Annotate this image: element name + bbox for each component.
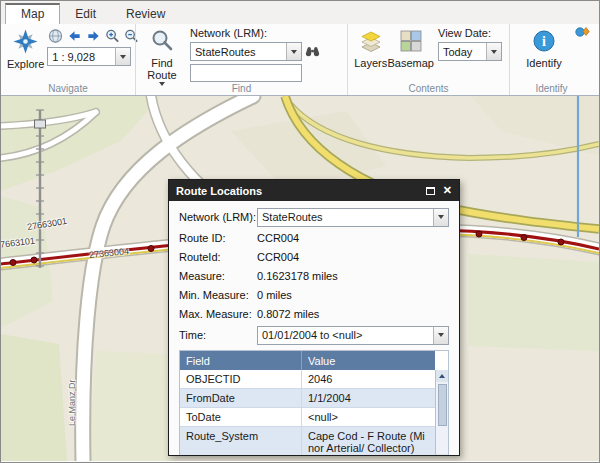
network-lrm-label: Network (LRM): <box>190 27 321 39</box>
ribbon-group-find: Find Route Network (LRM): StateRoutes Fi… <box>135 24 347 95</box>
dialog-body: Network (LRM): StateRoutes Route ID: CCR… <box>169 201 459 455</box>
chevron-down-icon[interactable] <box>433 327 448 344</box>
time-combo-value: 01/01/2004 to <null> <box>258 329 433 341</box>
group-label-identify: Identify <box>510 83 593 94</box>
identify-button[interactable]: i Identify <box>520 27 568 69</box>
map-canvas[interactable]: 27663001 27663101 27363004 Le Manz Dr Ro… <box>1 96 599 461</box>
network-lrm-value: StateRoutes <box>191 46 286 58</box>
view-date-value: Today <box>439 46 486 58</box>
network-lrm-combo[interactable]: StateRoutes <box>190 42 302 61</box>
view-date-label: View Date: <box>438 27 502 39</box>
identify-label: Identify <box>526 57 561 69</box>
field-value: 0 miles <box>257 289 292 301</box>
find-route-button[interactable]: Find Route <box>142 27 182 86</box>
chevron-down-icon[interactable] <box>486 43 501 60</box>
compass-icon <box>13 29 38 56</box>
find-route-input[interactable] <box>190 64 302 82</box>
chevron-down-icon[interactable] <box>115 48 130 65</box>
explore-button[interactable]: Explore <box>7 27 44 70</box>
cell-field: Route_System <box>180 427 302 455</box>
svg-text:i: i <box>542 34 546 49</box>
table-scrollbar[interactable] <box>435 370 448 455</box>
view-date-combo[interactable]: Today <box>438 42 502 61</box>
field-row-route-id: Route ID: CCR004 <box>179 230 449 246</box>
ribbon-group-navigate: Explore <box>1 24 135 95</box>
field-value: CCR004 <box>257 251 299 263</box>
cell-field: OBJECTID <box>180 370 302 388</box>
table-row[interactable]: ToDate <null> <box>180 408 435 427</box>
field-value: 0.8072 miles <box>257 308 319 320</box>
ribbon-toolbar: Explore <box>1 24 599 96</box>
tab-edit[interactable]: Edit <box>60 3 111 24</box>
group-label-contents: Contents <box>348 83 509 94</box>
table-row[interactable]: OBJECTID 2046 <box>180 370 435 389</box>
scroll-down-icon[interactable] <box>436 454 448 455</box>
route-locations-dialog: Route Locations ✕ Network (LRM): StateRo… <box>168 179 460 456</box>
field-row-measure: Measure: 0.1623178 miles <box>179 268 449 284</box>
layers-icon <box>359 29 383 55</box>
field-label: Measure: <box>179 270 257 282</box>
cell-value: <null> <box>302 408 435 426</box>
tab-review[interactable]: Review <box>111 3 180 24</box>
cell-field: ToDate <box>180 408 302 426</box>
map-scale-combo[interactable]: 1 : 9,028 <box>47 47 131 66</box>
time-combo[interactable]: 01/01/2004 to <null> <box>257 326 449 345</box>
network-combo-value: StateRoutes <box>258 211 433 223</box>
map-scale-value: 1 : 9,028 <box>48 51 115 63</box>
street-label: Le Manz Dr <box>67 379 77 426</box>
basemap-icon <box>399 29 423 55</box>
field-row-max-measure: Max. Measure: 0.8072 miles <box>179 306 449 322</box>
field-label: Min. Measure: <box>179 289 257 301</box>
dialog-title: Route Locations <box>176 185 262 197</box>
forward-arrow-icon[interactable] <box>85 27 102 44</box>
field-value: 0.1623178 miles <box>257 270 338 282</box>
group-label-find: Find <box>136 83 347 94</box>
cell-value: 1/1/2004 <box>302 389 435 407</box>
field-row-time: Time: 01/01/2004 to <null> <box>179 325 449 345</box>
column-header-field[interactable]: Field <box>180 351 302 370</box>
identify-info-icon: i <box>532 29 556 55</box>
cell-field: FromDate <box>180 389 302 407</box>
maximize-icon[interactable] <box>426 187 435 195</box>
ribbon-group-contents: Layers Basemap View Date: Today Contents <box>347 24 509 95</box>
basemap-label: Basemap <box>388 57 434 69</box>
group-label-navigate: Navigate <box>1 83 135 94</box>
field-label: Network (LRM): <box>179 211 257 223</box>
cell-value: Cape Cod - F Route (Mi nor Arterial/ Col… <box>302 427 435 455</box>
field-row-network: Network (LRM): StateRoutes <box>179 207 449 227</box>
dialog-titlebar[interactable]: Route Locations ✕ <box>169 180 459 201</box>
zoom-in-icon[interactable] <box>104 27 121 44</box>
layers-label: Layers <box>354 57 387 69</box>
field-label: RouteId: <box>179 251 257 263</box>
table-row[interactable]: Route_System Cape Cod - F Route (Mi nor … <box>180 427 435 455</box>
identify-pin-icon[interactable] <box>575 26 590 45</box>
back-arrow-icon[interactable] <box>66 27 83 44</box>
table-header: Field Value <box>180 351 435 370</box>
binoculars-icon[interactable] <box>304 43 321 60</box>
chevron-down-icon[interactable] <box>286 43 301 60</box>
layers-button[interactable]: Layers <box>354 27 388 69</box>
application-window: Map Edit Review Explore <box>0 0 600 463</box>
explore-label: Explore <box>7 58 44 70</box>
cell-value: 2046 <box>302 370 435 388</box>
scroll-up-icon[interactable] <box>436 370 448 382</box>
ribbon-tabbar: Map Edit Review <box>1 1 599 24</box>
field-row-min-measure: Min. Measure: 0 miles <box>179 287 449 303</box>
network-combo[interactable]: StateRoutes <box>257 208 449 227</box>
field-label: Time: <box>179 329 257 341</box>
ribbon-group-identify: i Identify Identify <box>509 24 593 95</box>
basemap-button[interactable]: Basemap <box>388 27 434 69</box>
tab-map[interactable]: Map <box>5 3 60 24</box>
scrollbar-thumb[interactable] <box>438 384 447 426</box>
globe-icon[interactable] <box>47 27 64 44</box>
column-header-value[interactable]: Value <box>302 355 435 367</box>
attribute-table: Field Value OBJECTID 2046 FromDate 1/1/2… <box>179 350 449 455</box>
field-label: Route ID: <box>179 232 257 244</box>
field-label: Max. Measure: <box>179 308 257 320</box>
close-icon[interactable]: ✕ <box>443 185 452 196</box>
slider-handle[interactable] <box>35 120 46 128</box>
field-row-routeid: RouteId: CCR004 <box>179 249 449 265</box>
field-value: CCR004 <box>257 232 299 244</box>
chevron-down-icon[interactable] <box>433 209 448 226</box>
table-row[interactable]: FromDate 1/1/2004 <box>180 389 435 408</box>
